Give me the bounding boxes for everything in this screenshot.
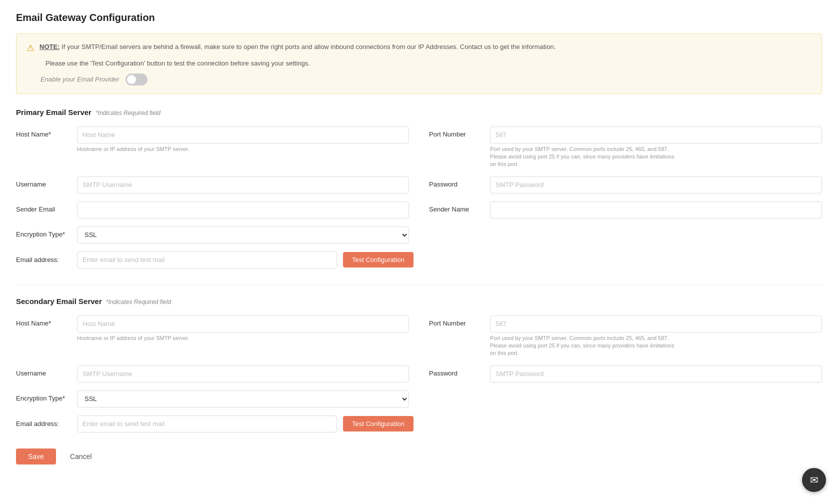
primary-host-label: Host Name* (16, 126, 71, 138)
secondary-section-header: Secondary Email Server *Indicates Requir… (16, 297, 822, 306)
primary-username-input[interactable] (77, 176, 409, 194)
secondary-host-input[interactable] (77, 316, 409, 332)
primary-host-input[interactable] (77, 126, 409, 144)
notice-row-2: Please use the 'Test Configuration' butt… (26, 58, 812, 68)
primary-password-content (490, 176, 822, 194)
notice-row-1: ⚠ NOTE: If your SMTP/Email servers are b… (26, 42, 812, 54)
primary-host-port-row: Host Name* Hostname or IP address of you… (16, 126, 822, 168)
save-button[interactable]: Save (16, 448, 56, 464)
secondary-port-content: Port used by your SMTP server. Common po… (490, 316, 822, 358)
secondary-encryption-field: Encryption Type* SSL TLS None (16, 390, 409, 408)
secondary-password-field: Password (429, 366, 822, 382)
secondary-password-content (490, 366, 822, 382)
secondary-encryption-content: SSL TLS None (77, 390, 409, 408)
warning-icon: ⚠ (26, 42, 34, 54)
primary-sender-name-content (490, 202, 822, 218)
secondary-encryption-label: Encryption Type* (16, 390, 71, 402)
primary-host-content: Hostname or IP address of your SMTP serv… (77, 126, 409, 153)
primary-email-address-label: Email address: (16, 256, 71, 264)
primary-section: Primary Email Server *Indicates Required… (16, 108, 822, 268)
primary-encryption-content: SSL TLS None (77, 226, 409, 244)
secondary-username-content (77, 366, 409, 382)
secondary-encryption-row: Encryption Type* SSL TLS None (16, 390, 822, 408)
primary-port-label: Port Number (429, 126, 484, 138)
chat-fab[interactable]: ✉ (802, 468, 826, 492)
primary-sender-email-label: Sender Email (16, 202, 71, 213)
primary-encryption-label: Encryption Type* (16, 226, 71, 238)
notice-text-content: If your SMTP/Email servers are behind a … (60, 43, 556, 50)
page-container: Email Gateway Configuration ⚠ NOTE: If y… (0, 0, 838, 504)
primary-sender-name-input[interactable] (490, 202, 822, 218)
secondary-password-input[interactable] (490, 366, 822, 382)
primary-sender-email-field: Sender Email (16, 202, 409, 218)
secondary-username-input[interactable] (77, 366, 409, 382)
secondary-email-address-label: Email address: (16, 420, 71, 428)
primary-port-content: Port used by your SMTP server. Common po… (490, 126, 822, 168)
secondary-required-label: *Indicates Required field (106, 298, 171, 306)
bottom-actions: Save Cancel (16, 448, 822, 464)
primary-username-label: Username (16, 176, 71, 188)
primary-required-label: *Indicates Required field (96, 110, 160, 116)
secondary-username-field: Username (16, 366, 409, 382)
secondary-username-label: Username (16, 366, 71, 377)
secondary-port-hint: Port used by your SMTP server. Common po… (490, 334, 680, 358)
primary-section-header: Primary Email Server *Indicates Required… (16, 108, 822, 116)
secondary-user-pass-row: Username Password (16, 366, 822, 382)
primary-test-email-input[interactable] (77, 252, 337, 268)
primary-sender-email-input[interactable] (77, 202, 409, 218)
secondary-encryption-select[interactable]: SSL TLS None (77, 390, 409, 408)
primary-section-title: Primary Email Server (16, 108, 92, 116)
primary-port-field: Port Number Port used by your SMTP serve… (429, 126, 822, 168)
secondary-section: Secondary Email Server *Indicates Requir… (16, 297, 822, 432)
secondary-section-title: Secondary Email Server (16, 297, 102, 306)
notice-text-1: NOTE: If your SMTP/Email servers are beh… (40, 42, 556, 52)
toggle-slider (126, 74, 148, 86)
primary-username-field: Username (16, 176, 409, 194)
secondary-host-port-row: Host Name* Hostname or IP address of you… (16, 316, 822, 358)
enable-toggle[interactable] (126, 74, 148, 86)
primary-test-button[interactable]: Test Configuration (343, 252, 414, 268)
secondary-test-row: Email address: Test Configuration (16, 416, 822, 432)
page-title: Email Gateway Configuration (16, 12, 822, 24)
secondary-port-field: Port Number Port used by your SMTP serve… (429, 316, 822, 358)
secondary-port-input[interactable] (490, 316, 822, 332)
primary-port-hint: Port used by your SMTP server. Common po… (490, 146, 680, 168)
secondary-password-label: Password (429, 366, 484, 377)
primary-port-input[interactable] (490, 126, 822, 144)
primary-encryption-select[interactable]: SSL TLS None (77, 226, 409, 244)
primary-encryption-field: Encryption Type* SSL TLS None (16, 226, 409, 244)
primary-host-hint: Hostname or IP address of your SMTP serv… (77, 146, 409, 153)
secondary-test-button[interactable]: Test Configuration (343, 416, 414, 432)
notice-label: NOTE: (40, 43, 60, 50)
secondary-test-email-input[interactable] (77, 416, 337, 432)
primary-test-row: Email address: Test Configuration (16, 252, 822, 268)
chat-icon: ✉ (810, 474, 818, 486)
notice-enable-row: Enable your Email Provider (26, 74, 812, 86)
primary-sender-email-content (77, 202, 409, 218)
secondary-port-label: Port Number (429, 316, 484, 327)
primary-user-pass-row: Username Password (16, 176, 822, 194)
primary-password-label: Password (429, 176, 484, 188)
secondary-host-field: Host Name* Hostname or IP address of you… (16, 316, 409, 342)
secondary-host-hint: Hostname or IP address of your SMTP serv… (77, 334, 409, 342)
notice-box: ⚠ NOTE: If your SMTP/Email servers are b… (16, 34, 822, 94)
primary-password-field: Password (429, 176, 822, 194)
primary-sender-name-field: Sender Name (429, 202, 822, 218)
primary-sender-row: Sender Email Sender Name (16, 202, 822, 218)
cancel-button[interactable]: Cancel (62, 448, 100, 464)
enable-label: Enable your Email Provider (40, 76, 120, 83)
section-divider (16, 284, 822, 285)
primary-username-content (77, 176, 409, 194)
primary-password-input[interactable] (490, 176, 822, 194)
secondary-host-label: Host Name* (16, 316, 71, 327)
notice-text-2: Please use the 'Test Configuration' butt… (46, 58, 310, 68)
primary-host-field: Host Name* Hostname or IP address of you… (16, 126, 409, 153)
primary-encryption-row: Encryption Type* SSL TLS None (16, 226, 822, 244)
secondary-host-content: Hostname or IP address of your SMTP serv… (77, 316, 409, 342)
primary-sender-name-label: Sender Name (429, 202, 484, 213)
